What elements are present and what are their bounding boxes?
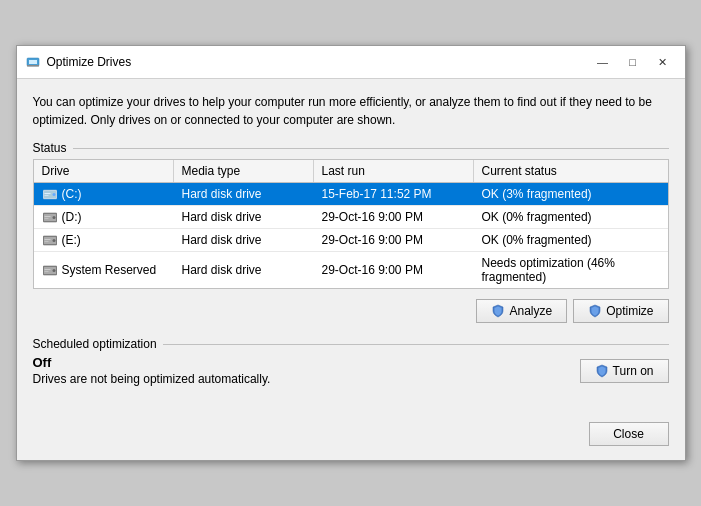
optimize-button[interactable]: Optimize: [573, 299, 668, 323]
window-title: Optimize Drives: [47, 55, 589, 69]
svg-point-15: [52, 239, 55, 242]
turn-on-button[interactable]: Turn on: [580, 359, 669, 383]
svg-point-5: [52, 193, 55, 196]
table-row[interactable]: (C:) Hard disk drive15-Feb-17 11:52 PMOK…: [34, 183, 668, 206]
table-row[interactable]: (E:) Hard disk drive29-Oct-16 9:00 PMOK …: [34, 229, 668, 252]
media-type-cell: Hard disk drive: [174, 206, 314, 228]
analyze-shield-icon: [491, 304, 505, 318]
titlebar-controls: — □ ✕: [589, 52, 677, 72]
svg-point-10: [52, 216, 55, 219]
drive-cell: (D:): [34, 206, 174, 228]
titlebar: Optimize Drives — □ ✕: [17, 46, 685, 79]
turn-on-shield-icon: [595, 364, 609, 378]
drive-icon: [42, 234, 58, 246]
drive-name: (D:): [62, 210, 82, 224]
close-button[interactable]: Close: [589, 422, 669, 446]
svg-rect-22: [44, 271, 48, 272]
drive-cell: System Reserved: [34, 252, 174, 288]
media-type-cell: Hard disk drive: [174, 252, 314, 288]
turn-on-label: Turn on: [613, 364, 654, 378]
scheduled-status: Off: [33, 355, 580, 370]
drive-icon: [42, 188, 58, 200]
svg-rect-11: [44, 216, 50, 217]
col-last-run: Last run: [314, 160, 474, 182]
last-run-cell: 15-Feb-17 11:52 PM: [314, 183, 474, 205]
scheduled-desc: Drives are not being optimized automatic…: [33, 372, 580, 386]
col-media-type: Media type: [174, 160, 314, 182]
optimize-shield-icon: [588, 304, 602, 318]
content-area: You can optimize your drives to help you…: [17, 79, 685, 414]
svg-rect-21: [44, 269, 50, 270]
footer: Close: [17, 414, 685, 460]
media-type-cell: Hard disk drive: [174, 183, 314, 205]
status-section-header: Status: [33, 141, 669, 155]
col-drive: Drive: [34, 160, 174, 182]
status-cell: OK (0% fragmented): [474, 229, 668, 251]
status-cell: OK (3% fragmented): [474, 183, 668, 205]
drive-name: (E:): [62, 233, 81, 247]
window-icon: [25, 54, 41, 70]
optimize-label: Optimize: [606, 304, 653, 318]
last-run-cell: 29-Oct-16 9:00 PM: [314, 252, 474, 288]
col-current-status: Current status: [474, 160, 668, 182]
status-cell: Needs optimization (46% fragmented): [474, 252, 668, 288]
drive-cell: (C:): [34, 183, 174, 205]
scheduled-section: Scheduled optimization Off Drives are no…: [33, 337, 669, 386]
drive-name: (C:): [62, 187, 82, 201]
minimize-button[interactable]: —: [589, 52, 617, 72]
main-window: Optimize Drives — □ ✕ You can optimize y…: [16, 45, 686, 461]
close-window-button[interactable]: ✕: [649, 52, 677, 72]
scheduled-section-header: Scheduled optimization: [33, 337, 669, 351]
svg-rect-12: [44, 218, 48, 219]
last-run-cell: 29-Oct-16 9:00 PM: [314, 206, 474, 228]
svg-rect-7: [44, 195, 48, 196]
maximize-button[interactable]: □: [619, 52, 647, 72]
table-row[interactable]: System Reserved Hard disk drive29-Oct-16…: [34, 252, 668, 288]
svg-rect-1: [29, 60, 37, 64]
analyze-label: Analyze: [509, 304, 552, 318]
svg-point-20: [52, 269, 55, 272]
drive-cell: (E:): [34, 229, 174, 251]
svg-rect-16: [44, 239, 50, 240]
scheduled-row: Off Drives are not being optimized autom…: [33, 355, 669, 386]
table-row[interactable]: (D:) Hard disk drive29-Oct-16 9:00 PMOK …: [34, 206, 668, 229]
analyze-button[interactable]: Analyze: [476, 299, 567, 323]
action-buttons-row: Analyze Optimize: [33, 299, 669, 323]
drives-table[interactable]: Drive Media type Last run Current status…: [33, 159, 669, 289]
drive-icon: [42, 264, 58, 276]
table-header: Drive Media type Last run Current status: [34, 160, 668, 183]
svg-rect-17: [44, 241, 48, 242]
table-body: (C:) Hard disk drive15-Feb-17 11:52 PMOK…: [34, 183, 668, 288]
scheduled-info: Off Drives are not being optimized autom…: [33, 355, 580, 386]
status-cell: OK (0% fragmented): [474, 206, 668, 228]
last-run-cell: 29-Oct-16 9:00 PM: [314, 229, 474, 251]
drive-name: System Reserved: [62, 263, 157, 277]
description-text: You can optimize your drives to help you…: [33, 93, 669, 129]
svg-rect-2: [27, 65, 39, 67]
drive-icon: [42, 211, 58, 223]
svg-rect-6: [44, 193, 50, 194]
media-type-cell: Hard disk drive: [174, 229, 314, 251]
